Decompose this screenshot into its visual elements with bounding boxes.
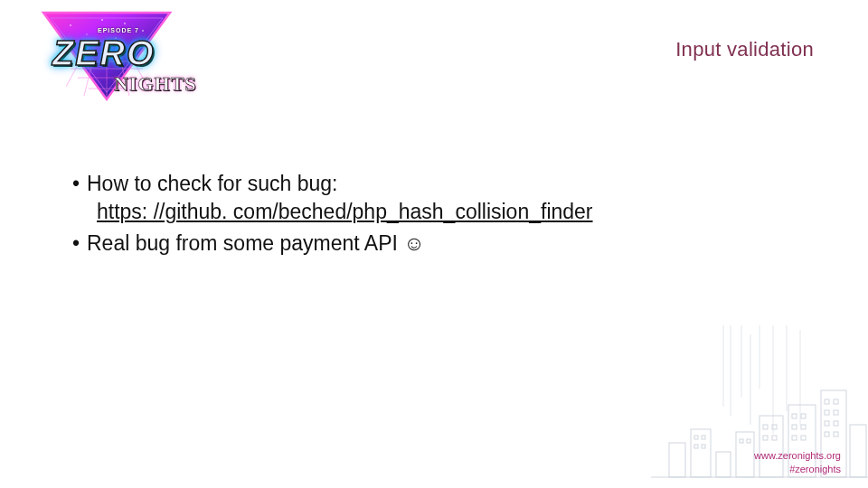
svg-rect-48 <box>801 436 806 440</box>
logo-episode-text: EPISODE 7 <box>98 27 139 33</box>
logo-main-text: ZERO <box>52 34 156 73</box>
svg-rect-42 <box>772 436 777 440</box>
svg-rect-34 <box>702 436 705 439</box>
slide-title: Input validation <box>675 38 814 61</box>
footer-hashtag: #zeronights <box>754 463 841 475</box>
bullet-item: •How to check for such bug: https: //git… <box>72 170 778 226</box>
svg-rect-55 <box>825 432 829 436</box>
github-link[interactable]: https: //github. com/beched/php_hash_col… <box>97 198 778 226</box>
svg-rect-54 <box>834 421 838 426</box>
svg-point-11 <box>70 24 71 26</box>
svg-rect-27 <box>716 452 731 477</box>
svg-rect-35 <box>694 445 698 448</box>
svg-rect-51 <box>825 410 829 415</box>
svg-rect-32 <box>850 425 866 477</box>
svg-rect-28 <box>736 432 754 477</box>
svg-rect-53 <box>825 421 829 426</box>
svg-rect-38 <box>747 439 750 443</box>
svg-rect-47 <box>792 436 797 440</box>
footer: www.zeronights.org #zeronights <box>754 449 841 475</box>
svg-rect-39 <box>763 425 768 429</box>
svg-rect-43 <box>792 414 797 418</box>
bullet-text: How to check for such bug: <box>87 172 337 195</box>
svg-point-12 <box>124 23 126 24</box>
svg-rect-36 <box>702 445 705 448</box>
event-logo: EPISODE 7 ZERO NIGHTS <box>16 7 197 107</box>
bullet-marker-icon: • <box>72 230 87 258</box>
bullet-marker-icon: • <box>72 170 87 198</box>
svg-rect-44 <box>801 414 806 418</box>
bullet-text: Real bug from some payment API ☺ <box>87 231 425 255</box>
svg-rect-52 <box>834 410 838 415</box>
svg-rect-33 <box>694 436 698 439</box>
bullet-item: •Real bug from some payment API ☺ <box>72 230 778 258</box>
svg-point-14 <box>142 30 144 32</box>
svg-rect-56 <box>834 432 838 436</box>
svg-rect-40 <box>772 425 777 429</box>
slide-body: •How to check for such bug: https: //git… <box>72 170 778 261</box>
svg-rect-49 <box>825 399 829 404</box>
svg-rect-41 <box>763 436 768 440</box>
logo-sub-text: NIGHTS <box>114 72 197 96</box>
svg-rect-46 <box>801 425 806 429</box>
svg-rect-50 <box>834 399 838 404</box>
svg-point-13 <box>101 19 103 21</box>
svg-rect-45 <box>792 425 797 429</box>
svg-rect-26 <box>691 429 711 477</box>
svg-rect-25 <box>669 443 685 477</box>
footer-url-link[interactable]: www.zeronights.org <box>754 449 841 462</box>
svg-rect-37 <box>740 439 743 443</box>
